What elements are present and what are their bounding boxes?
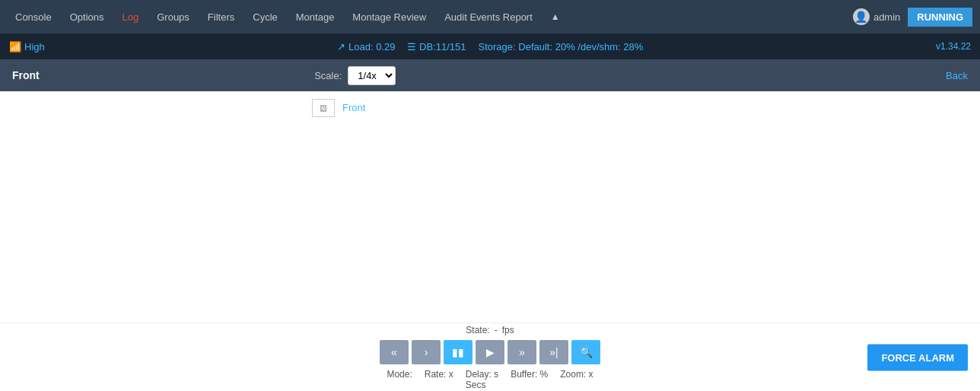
zoom-button[interactable]: 🔍 xyxy=(571,340,600,364)
fps-label: fps xyxy=(502,325,514,335)
play-button[interactable]: ▶ xyxy=(476,340,504,364)
buffer-label: Buffer: % xyxy=(511,369,548,390)
frontbar: Front Scale: 1/4x 1/2x 1x 2x Back xyxy=(0,59,980,91)
scale-area: Scale: 1/4x 1/2x 1x 2x xyxy=(314,66,396,85)
nav-options[interactable]: Options xyxy=(62,7,112,27)
nav-audit-events[interactable]: Audit Events Report xyxy=(437,7,540,27)
pause-button[interactable]: ▮▮ xyxy=(444,340,473,364)
mode-label: Mode: xyxy=(387,369,412,390)
statusbar: 📶 High ↗ Load: 0.29 ☰ DB:11/151 Storage:… xyxy=(0,33,980,59)
wifi-icon: 📶 xyxy=(9,41,21,52)
trend-up-icon: ↗ xyxy=(337,41,345,52)
nav-groups[interactable]: Groups xyxy=(149,7,197,27)
rate-label: Rate: x xyxy=(425,369,453,390)
fast-forward-button[interactable]: » xyxy=(508,340,536,364)
avatar: 👤 xyxy=(853,8,870,25)
admin-label: admin xyxy=(873,11,900,23)
state-value: - xyxy=(495,325,498,335)
nav-montage[interactable]: Montage xyxy=(288,7,342,27)
storage-stat: Storage: Default: 20% /dev/shm: 28% xyxy=(479,41,644,52)
front-title: Front xyxy=(12,69,40,81)
high-label-text: High xyxy=(24,41,45,52)
step-back-button[interactable]: › xyxy=(412,340,441,364)
transport-buttons: « › ▮▮ ▶ » »| 🔍 xyxy=(380,340,600,364)
nav-right: 👤 admin RUNNING xyxy=(853,8,972,27)
state-label: State: xyxy=(466,325,489,335)
scale-label: Scale: xyxy=(314,70,342,81)
bottom-controls: State: - fps « › ▮▮ ▶ » »| 🔍 Mode: Rate:… xyxy=(0,323,980,391)
db-icon: ☰ xyxy=(407,41,416,52)
nav-filters[interactable]: Filters xyxy=(200,7,242,27)
running-button[interactable]: RUNNING xyxy=(908,8,972,27)
main-content: 🖼 Front xyxy=(0,91,980,323)
load-stat: ↗ Load: 0.29 xyxy=(337,41,395,52)
version-label: v1.34.22 xyxy=(936,41,971,52)
nav-log[interactable]: Log xyxy=(115,7,147,27)
high-status: 📶 High xyxy=(9,41,45,52)
db-stat: ☰ DB:11/151 xyxy=(407,41,466,52)
skip-end-button[interactable]: »| xyxy=(539,340,568,364)
center-stats: ↗ Load: 0.29 ☰ DB:11/151 Storage: Defaul… xyxy=(60,41,921,52)
mode-line: Mode: Rate: x Delay: s Secs Buffer: % Zo… xyxy=(387,369,593,390)
force-alarm-button[interactable]: FORCE ALARM xyxy=(867,344,968,370)
navbar: Console Options Log Groups Filters Cycle… xyxy=(0,0,980,33)
camera-label: Front xyxy=(342,102,365,113)
nav-collapse-icon[interactable]: ▲ xyxy=(543,7,568,27)
rewind-button[interactable]: « xyxy=(380,340,409,364)
nav-montage-review[interactable]: Montage Review xyxy=(345,7,434,27)
back-link[interactable]: Back xyxy=(946,70,968,81)
camera-placeholder: 🖼 xyxy=(312,99,335,117)
nav-items: Console Options Log Groups Filters Cycle… xyxy=(8,7,853,27)
scale-select[interactable]: 1/4x 1/2x 1x 2x xyxy=(348,66,396,85)
zoom-label: Zoom: x xyxy=(560,369,593,390)
nav-console[interactable]: Console xyxy=(8,7,59,27)
state-line: State: - fps xyxy=(466,325,514,335)
admin-area: 👤 admin xyxy=(853,8,900,25)
delay-label: Delay: s Secs xyxy=(466,369,498,390)
nav-cycle[interactable]: Cycle xyxy=(245,7,285,27)
